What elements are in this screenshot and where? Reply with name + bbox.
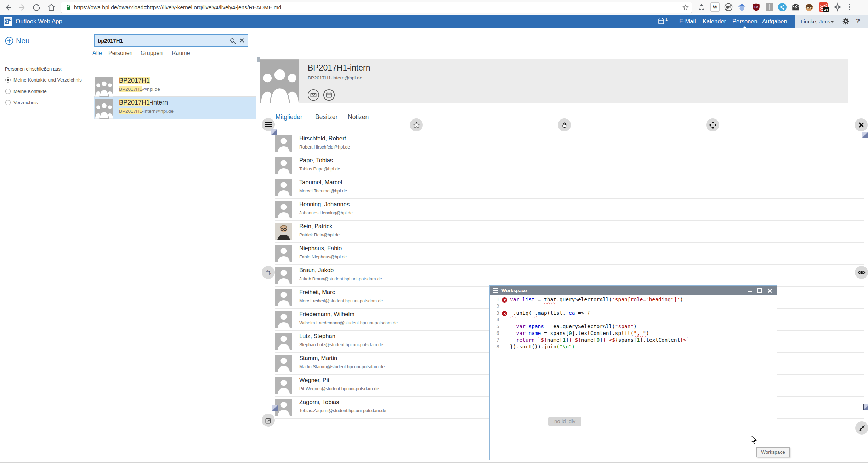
search-icon[interactable] — [229, 38, 237, 45]
include-from-label: Personen einschließen aus: — [5, 66, 62, 72]
halo-inspect-eye-button[interactable] — [855, 266, 868, 279]
corner-handle-top-right[interactable] — [862, 132, 868, 138]
sparkle-icon[interactable] — [833, 2, 842, 12]
member-row[interactable]: Henning, Johannes Johannes.Henning@hpi.d… — [275, 199, 864, 221]
group-email: BP2017H1-intern@hpi.de — [308, 75, 362, 80]
group-avatar-icon — [95, 99, 113, 119]
code-line[interactable]: 6 var name = spans[0].textContent.split(… — [490, 330, 776, 337]
no-id-tag: no id :div — [548, 417, 581, 426]
https-lock-icon[interactable] — [65, 4, 72, 11]
member-name: Henning, Johannes — [299, 201, 350, 208]
group-title: BP2017H1-intern — [308, 63, 370, 73]
page-bottom-border — [0, 462, 868, 463]
search-result-row[interactable]: BP2017H1-intern BP2017H1-intern@hpi.de — [94, 97, 256, 119]
radio-my-contacts[interactable]: Meine Kontakte — [5, 89, 47, 94]
filter-alle[interactable]: Alle — [92, 50, 102, 56]
corner-handle-bottom-right[interactable] — [863, 404, 868, 410]
scrollbar-thumb[interactable] — [257, 57, 260, 62]
halo-close-button[interactable] — [855, 118, 868, 131]
halo-star-button[interactable] — [410, 118, 423, 131]
share-icon[interactable] — [778, 2, 787, 12]
member-email: Tobias.Zagorni@student.hpi.uni-potsdam.d… — [299, 408, 386, 413]
line-number: 6 — [492, 330, 499, 336]
browser-menu-icon[interactable] — [849, 3, 851, 11]
bookmark-star-icon[interactable] — [682, 4, 689, 11]
send-mail-icon[interactable] — [307, 89, 319, 101]
tab-notizen[interactable]: Notizen — [348, 113, 369, 121]
search-input[interactable] — [94, 34, 248, 47]
member-row[interactable]: Taeumel, Marcel Marcel.Taeumel@hpi.de — [275, 177, 864, 199]
minimize-icon[interactable] — [748, 291, 752, 292]
member-row[interactable]: Rein, Patrick Patrick.Rein@hpi.de — [275, 221, 864, 243]
window-menu-icon[interactable] — [493, 288, 498, 293]
code-line[interactable]: 8}).sort()).join("\n") — [490, 344, 776, 351]
halo-copy-button[interactable] — [262, 266, 275, 279]
filter-personen[interactable]: Personen — [108, 50, 133, 56]
gear-icon[interactable] — [842, 17, 850, 25]
inbox-icon[interactable] — [791, 2, 800, 12]
user-name: Lincke, Jens — [801, 15, 830, 28]
code-line[interactable]: 5 var spans = ea.querySelectorAll("span"… — [490, 324, 776, 330]
chevron-down-icon — [830, 21, 834, 23]
tab-besitzer[interactable]: Besitzer — [315, 113, 337, 121]
address-bar[interactable] — [61, 2, 692, 13]
tab-mitglieder[interactable]: Mitglieder — [276, 113, 302, 121]
member-row[interactable]: Niephaus, Fabio Fabio.Niephaus@hpi.de — [275, 243, 864, 265]
home-icon[interactable] — [47, 3, 56, 12]
group-header: BP2017H1-intern BP2017H1-intern@hpi.de — [260, 59, 848, 103]
halo-edit-button[interactable] — [262, 414, 275, 427]
error-icon — [502, 311, 507, 316]
nav-kalender[interactable]: Kalender — [703, 15, 726, 28]
code-line[interactable]: 1var list = that.querySelectorAll('span[… — [490, 297, 776, 303]
ublock-icon[interactable]: U0 — [751, 2, 761, 12]
video-off-icon[interactable] — [724, 2, 733, 12]
scholar-icon[interactable] — [737, 2, 747, 12]
halo-resize-button[interactable] — [855, 421, 868, 435]
nav-email[interactable]: E-Mail — [679, 15, 696, 28]
member-name: Lutz, Stephan — [299, 333, 335, 340]
new-button[interactable]: Neu — [5, 37, 30, 45]
halo-move-button[interactable] — [706, 118, 719, 131]
code-editor[interactable]: 1var list = that.querySelectorAll('span[… — [490, 296, 776, 460]
halo-grab-hand-button[interactable] — [558, 118, 571, 131]
corner-handle-bottom-left[interactable] — [272, 405, 278, 411]
nerd-face-icon[interactable] — [805, 2, 814, 12]
back-icon[interactable] — [4, 3, 13, 12]
code-line[interactable]: 2 — [490, 303, 776, 310]
member-row[interactable]: Pape, Tobias Tobias.Pape@hpi.de — [275, 155, 864, 177]
filter-gruppen[interactable]: Gruppen — [141, 50, 163, 56]
workspace-titlebar[interactable]: Workspace — [490, 286, 777, 295]
meeting-calendar-icon[interactable] — [323, 89, 335, 101]
forward-icon[interactable] — [18, 3, 27, 12]
member-row[interactable]: Hirschfeld, Robert Robert.Hirschfeld@hpi… — [275, 133, 864, 155]
todoist-icon[interactable]: 14 — [819, 2, 828, 12]
recycle-icon[interactable] — [697, 2, 706, 12]
member-row[interactable]: Braun, Jakob Jakob.Braun@student.hpi.uni… — [275, 265, 864, 287]
url-input[interactable] — [73, 2, 673, 12]
reminder-calendar-icon[interactable]: 1 — [658, 18, 668, 25]
code-line[interactable]: 3_.uniq(_.map(list, ea => { — [490, 310, 776, 317]
line-number: 8 — [492, 344, 499, 349]
nav-aufgaben[interactable]: Aufgaben — [762, 15, 787, 28]
workspace-window: Workspace 1var list = that.querySelector… — [489, 285, 777, 460]
svg-text:U0: U0 — [754, 6, 758, 9]
code-line[interactable]: 4 — [490, 317, 776, 324]
code-line[interactable]: 7 return `${name[1]} ${name[0]} <${spans… — [490, 337, 776, 344]
user-menu[interactable]: Lincke, Jens ? — [795, 15, 868, 28]
divider — [838, 18, 838, 25]
close-icon[interactable] — [767, 288, 772, 293]
search-result-row[interactable]: BP2017H1 BP2017H1@hpi.de — [94, 75, 256, 97]
clear-search-icon[interactable] — [239, 37, 245, 44]
maximize-icon[interactable] — [757, 288, 762, 293]
radio-directory[interactable]: Verzeichnis — [5, 100, 38, 105]
reload-icon[interactable] — [32, 3, 41, 12]
help-icon[interactable]: ? — [856, 15, 860, 28]
nav-personen[interactable]: Personen — [732, 15, 758, 28]
radio-contacts-and-directory[interactable]: Meine Kontakte und Verzeichnis — [5, 77, 82, 83]
wikipedia-icon[interactable]: W — [710, 2, 720, 12]
filter-raeume[interactable]: Räume — [172, 50, 190, 56]
corner-handle-top-left[interactable] — [271, 129, 277, 135]
radio-icon — [5, 89, 11, 94]
pause-icon[interactable] — [765, 2, 774, 12]
member-email: Jakob.Braun@student.hpi.uni-potsdam.de — [299, 276, 382, 281]
